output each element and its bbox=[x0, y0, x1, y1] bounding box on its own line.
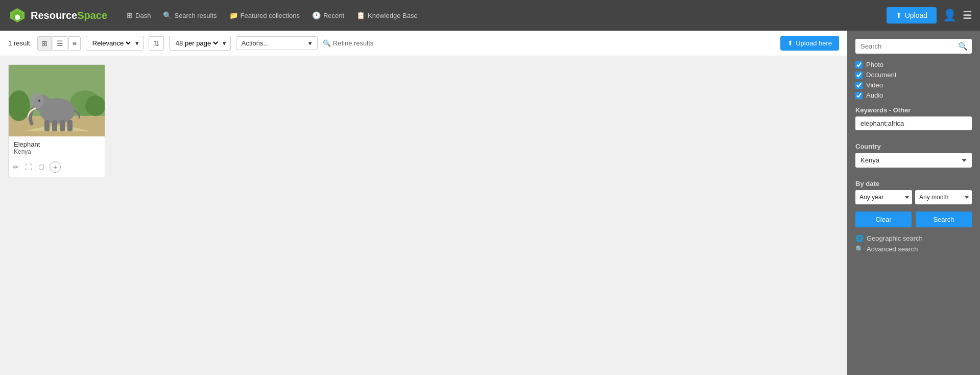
keywords-input[interactable] bbox=[855, 116, 972, 130]
month-select[interactable]: Any month January February March April M… bbox=[915, 190, 972, 204]
refine-icon: 🔍 bbox=[323, 39, 331, 47]
resource-thumbnail[interactable] bbox=[9, 65, 105, 136]
advanced-search-link[interactable]: 🔍 Advanced search bbox=[855, 245, 972, 253]
content-area: 1 result ⊞ ☰ ≡ Relevance Date Title ▾ ⇅ … bbox=[0, 31, 847, 375]
expand-icon[interactable]: ⛶ bbox=[24, 162, 33, 172]
resource-card-actions: ✏ ⛶ ⬡ + bbox=[9, 159, 105, 177]
result-count: 1 result bbox=[8, 39, 30, 47]
search-icon: 🔍 bbox=[163, 11, 172, 19]
svg-point-8 bbox=[85, 96, 105, 116]
sidebar-search-button[interactable]: 🔍 bbox=[958, 42, 968, 51]
video-label: Video bbox=[866, 81, 883, 89]
per-page-chevron-icon: ▾ bbox=[223, 39, 226, 47]
user-avatar-icon[interactable]: 👤 bbox=[943, 9, 957, 22]
folder-icon: 📁 bbox=[229, 11, 238, 19]
sort-order-button[interactable]: ⇅ bbox=[149, 36, 164, 51]
by-date-label: By date bbox=[855, 180, 972, 188]
checkbox-video-item: Video bbox=[855, 81, 972, 89]
svg-rect-15 bbox=[67, 120, 73, 131]
advanced-search-label: Advanced search bbox=[867, 245, 918, 253]
refine-label: Refine results bbox=[333, 39, 373, 47]
nav-search-results-label: Search results bbox=[174, 12, 217, 19]
sort-select[interactable]: Relevance Date Title bbox=[90, 39, 132, 48]
nav-knowledge-label: Knowledge Base bbox=[368, 12, 418, 19]
share-icon[interactable]: ⬡ bbox=[37, 162, 45, 172]
actions-chevron-icon: ▾ bbox=[308, 39, 312, 47]
grid-view-button[interactable]: ⊞ bbox=[37, 36, 52, 51]
resource-grid: Elephant Kenya ✏ ⛶ ⬡ + bbox=[0, 56, 847, 185]
per-page-select[interactable]: 48 per page 24 per page 96 per page bbox=[174, 39, 220, 48]
photo-label: Photo bbox=[866, 61, 883, 68]
date-row: Any year 2024 2023 2022 2021 2020 Any mo… bbox=[855, 190, 972, 204]
keywords-section: Keywords - Other bbox=[855, 106, 972, 135]
svg-rect-13 bbox=[52, 120, 57, 131]
actions-label: Actions... bbox=[242, 39, 269, 47]
brand-icon bbox=[8, 6, 27, 25]
document-label: Document bbox=[866, 71, 896, 79]
advanced-search-icon: 🔍 bbox=[855, 245, 864, 253]
year-select[interactable]: Any year 2024 2023 2022 2021 2020 bbox=[855, 190, 912, 204]
upload-button[interactable]: ⬆ Upload bbox=[887, 7, 937, 24]
brand-space-text: Space bbox=[77, 10, 107, 21]
nav-featured-label: Featured collections bbox=[241, 12, 300, 19]
svg-point-11 bbox=[30, 92, 44, 109]
svg-point-16 bbox=[38, 100, 40, 102]
country-label: Country bbox=[855, 143, 972, 150]
sidebar: 🔍 Photo Document Video Audio Keywords bbox=[847, 31, 980, 375]
nav-link-knowledge-base[interactable]: 📋 Knowledge Base bbox=[351, 8, 423, 22]
resource-subtitle: Kenya bbox=[14, 148, 100, 155]
keywords-label: Keywords - Other bbox=[855, 106, 972, 114]
sidebar-search-section: 🔍 bbox=[855, 39, 972, 54]
brand-logo[interactable]: ResourceSpace bbox=[8, 6, 107, 25]
nav-link-dash[interactable]: ⊞ Dash bbox=[122, 8, 156, 22]
per-page-dropdown[interactable]: 48 per page 24 per page 96 per page ▾ bbox=[169, 36, 231, 51]
photo-checkbox[interactable] bbox=[855, 61, 863, 68]
sidebar-action-row: Clear Search bbox=[855, 212, 972, 227]
book-icon: 📋 bbox=[356, 11, 365, 19]
globe-icon: 🌐 bbox=[855, 235, 864, 242]
navbar-right: ⬆ Upload 👤 ☰ bbox=[887, 7, 972, 24]
grid-icon: ⊞ bbox=[127, 11, 133, 19]
nav-recent-label: Recent bbox=[323, 12, 344, 19]
refine-results-button[interactable]: 🔍 Refine results bbox=[323, 39, 373, 47]
checkbox-audio-item: Audio bbox=[855, 91, 972, 99]
upload-here-icon: ⬆ bbox=[787, 39, 793, 47]
country-select[interactable]: Kenya Uganda Tanzania South Africa Any bbox=[855, 153, 972, 168]
nav-dash-label: Dash bbox=[135, 12, 151, 19]
video-checkbox[interactable] bbox=[855, 82, 863, 89]
sidebar-search-btn[interactable]: Search bbox=[916, 212, 972, 227]
hamburger-menu-icon[interactable]: ☰ bbox=[963, 9, 972, 21]
audio-checkbox[interactable] bbox=[855, 92, 863, 99]
sidebar-search-input[interactable] bbox=[855, 39, 972, 54]
elephant-image bbox=[9, 65, 105, 136]
detail-view-button[interactable]: ≡ bbox=[68, 36, 81, 51]
upload-here-label: Upload here bbox=[796, 39, 832, 47]
sort-chevron-icon: ▾ bbox=[135, 39, 139, 47]
by-date-section: By date Any year 2024 2023 2022 2021 202… bbox=[855, 180, 972, 204]
svg-rect-12 bbox=[44, 120, 50, 131]
sort-dropdown[interactable]: Relevance Date Title ▾ bbox=[86, 36, 144, 51]
brand-resource-text: Resource bbox=[31, 10, 77, 21]
resource-card-info: Elephant Kenya bbox=[9, 136, 105, 159]
add-icon[interactable]: + bbox=[50, 161, 61, 173]
svg-point-6 bbox=[9, 90, 30, 121]
nav-link-featured-collections[interactable]: 📁 Featured collections bbox=[224, 8, 305, 22]
nav-link-recent[interactable]: 🕐 Recent bbox=[307, 8, 349, 22]
clock-icon: 🕐 bbox=[312, 11, 321, 19]
nav-link-search-results[interactable]: 🔍 Search results bbox=[158, 8, 222, 22]
geographic-search-link[interactable]: 🌐 Geographic search bbox=[855, 235, 972, 242]
country-section: Country Kenya Uganda Tanzania South Afri… bbox=[855, 143, 972, 173]
list-view-button[interactable]: ☰ bbox=[53, 36, 67, 51]
upload-here-button[interactable]: ⬆ Upload here bbox=[780, 36, 839, 51]
document-checkbox[interactable] bbox=[855, 72, 863, 79]
resource-type-section: Photo Document Video Audio bbox=[855, 61, 972, 99]
upload-icon: ⬆ bbox=[896, 11, 902, 19]
checkbox-document-item: Document bbox=[855, 71, 972, 79]
nav-links: ⊞ Dash 🔍 Search results 📁 Featured colle… bbox=[122, 8, 876, 22]
edit-icon[interactable]: ✏ bbox=[12, 162, 20, 172]
view-toggles: ⊞ ☰ ≡ bbox=[37, 36, 81, 51]
svg-rect-14 bbox=[60, 120, 65, 131]
actions-dropdown[interactable]: Actions... ▾ bbox=[236, 36, 318, 50]
upload-label: Upload bbox=[905, 11, 927, 19]
clear-button[interactable]: Clear bbox=[855, 212, 912, 227]
